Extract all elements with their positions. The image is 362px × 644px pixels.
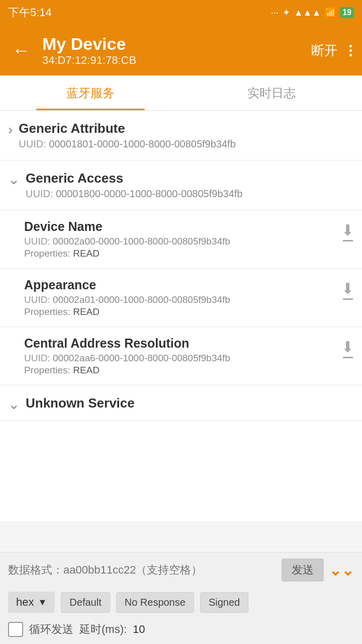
signed-write-button[interactable]: Signed <box>200 592 248 613</box>
service-row-unknown[interactable]: ⌄ Unknown Service <box>0 385 362 421</box>
status-time: 下午5:14 <box>8 5 52 20</box>
chevron-down-icon: ⌄ <box>8 173 20 187</box>
service-info-generic-access: Generic Access UUID: 00001800-0000-1000-… <box>26 171 354 200</box>
battery-icon: 19 <box>340 7 354 18</box>
device-title: My Device <box>42 34 303 54</box>
char-uuid-appearance: UUID: 00002a01-0000-1000-8000-00805f9b34… <box>24 294 341 305</box>
service-uuid-generic-attribute: UUID: 00001801-0000-1000-8000-00805f9b34… <box>19 138 354 150</box>
delay-value: 10 <box>133 623 145 636</box>
top-bar: ← My Device 34:D7:12:91:78:CB 断开 <box>0 25 362 75</box>
props-label-3: Properties: <box>24 365 73 375</box>
char-row-device-name[interactable]: Device Name UUID: 00002a00-0000-1000-800… <box>0 210 362 269</box>
char-info-central-address: Central Address Resolution UUID: 00002aa… <box>24 336 341 376</box>
status-bar: 下午5:14 ··· ✦ ▲▲▲ 📶 19 <box>0 0 362 25</box>
service-uuid-generic-access: UUID: 00001800-0000-1000-8000-00805f9b34… <box>26 188 354 200</box>
delay-label: 延时(ms): <box>79 622 127 637</box>
content-area: › Generic Attribute UUID: 00001801-0000-… <box>0 111 362 521</box>
props-label-1: Properties: <box>24 248 73 259</box>
uuid-label-3: UUID: <box>24 236 53 247</box>
repeat-row: 循环发送 延时(ms): 10 <box>0 617 362 644</box>
char-row-central-address[interactable]: Central Address Resolution UUID: 00002aa… <box>0 327 362 385</box>
format-select[interactable]: hex ▼ <box>8 592 55 613</box>
read-icon-appearance[interactable]: ⬇ <box>341 280 354 300</box>
no-response-write-button[interactable]: No Response <box>116 592 194 613</box>
back-button[interactable]: ← <box>8 38 34 63</box>
char-uuid-central-address: UUID: 00002aa6-0000-1000-8000-00805f9b34… <box>24 353 341 364</box>
service-info-unknown: Unknown Service <box>26 395 354 413</box>
char-info-device-name: Device Name UUID: 00002a00-0000-1000-800… <box>24 219 341 259</box>
props-label-2: Properties: <box>24 306 73 317</box>
signal-bars-icon: ▲▲▲ <box>294 8 321 18</box>
service-name-generic-access: Generic Access <box>26 171 354 186</box>
service-name-generic-attribute: Generic Attribute <box>19 121 354 136</box>
uuid-label-4: UUID: <box>24 294 53 305</box>
more-dot-2 <box>349 49 352 52</box>
title-block: My Device 34:D7:12:91:78:CB <box>42 34 303 67</box>
chevron-right-icon: › <box>8 123 13 137</box>
read-icon-central-address[interactable]: ⬇ <box>341 338 354 358</box>
char-row-appearance[interactable]: Appearance UUID: 00002a01-0000-1000-8000… <box>0 269 362 327</box>
default-write-button[interactable]: Default <box>61 592 110 613</box>
char-name-device-name: Device Name <box>24 219 341 234</box>
char-props-central-address: Properties: READ <box>24 365 341 376</box>
expand-icon[interactable]: ⌄⌄ <box>329 561 354 579</box>
send-button[interactable]: 发送 <box>282 558 324 582</box>
chevron-down-icon-unknown: ⌄ <box>8 397 20 412</box>
tab-bluetooth-services[interactable]: 蓝牙服务 <box>0 75 181 110</box>
service-row-generic-access[interactable]: ⌄ Generic Access UUID: 00001800-0000-100… <box>0 160 362 210</box>
uuid-label-5: UUID: <box>24 353 53 363</box>
more-dot-3 <box>349 54 352 56</box>
format-row: hex ▼ Default No Response Signed <box>0 588 362 617</box>
input-row: 发送 ⌄⌄ <box>0 552 362 588</box>
more-dot-1 <box>349 45 352 47</box>
uuid-label-2: UUID: <box>26 188 56 199</box>
char-props-appearance: Properties: READ <box>24 306 341 317</box>
signal-dots-icon: ··· <box>271 8 279 18</box>
char-info-appearance: Appearance UUID: 00002a01-0000-1000-8000… <box>24 278 341 317</box>
device-mac: 34:D7:12:91:78:CB <box>42 54 303 67</box>
wifi-icon: 📶 <box>325 7 336 18</box>
uuid-label-1: UUID: <box>19 138 49 149</box>
dropdown-arrow-icon: ▼ <box>38 597 47 608</box>
service-info-generic-attribute: Generic Attribute UUID: 00001801-0000-10… <box>19 121 354 150</box>
repeat-checkbox[interactable] <box>8 622 23 637</box>
service-name-unknown: Unknown Service <box>26 395 354 411</box>
tab-bar: 蓝牙服务 实时日志 <box>0 75 362 111</box>
tab-realtime-log[interactable]: 实时日志 <box>181 75 362 110</box>
read-icon-device-name[interactable]: ⬇ <box>341 221 354 242</box>
disconnect-button[interactable]: 断开 <box>311 42 337 59</box>
bottom-input-area: 发送 ⌄⌄ hex ▼ Default No Response Signed 循… <box>0 552 362 644</box>
char-uuid-device-name: UUID: 00002a00-0000-1000-8000-00805f9b34… <box>24 236 341 247</box>
format-value: hex <box>16 596 34 609</box>
repeat-label: 循环发送 <box>29 622 73 637</box>
data-input[interactable] <box>8 564 277 577</box>
top-actions: 断开 <box>311 42 354 59</box>
char-name-central-address: Central Address Resolution <box>24 336 341 351</box>
status-icons: ··· ✦ ▲▲▲ 📶 19 <box>271 7 354 18</box>
more-menu-button[interactable] <box>347 43 354 58</box>
service-row-generic-attribute[interactable]: › Generic Attribute UUID: 00001801-0000-… <box>0 111 362 160</box>
char-name-appearance: Appearance <box>24 278 341 292</box>
bluetooth-icon: ✦ <box>283 7 290 18</box>
char-props-device-name: Properties: READ <box>24 248 341 259</box>
